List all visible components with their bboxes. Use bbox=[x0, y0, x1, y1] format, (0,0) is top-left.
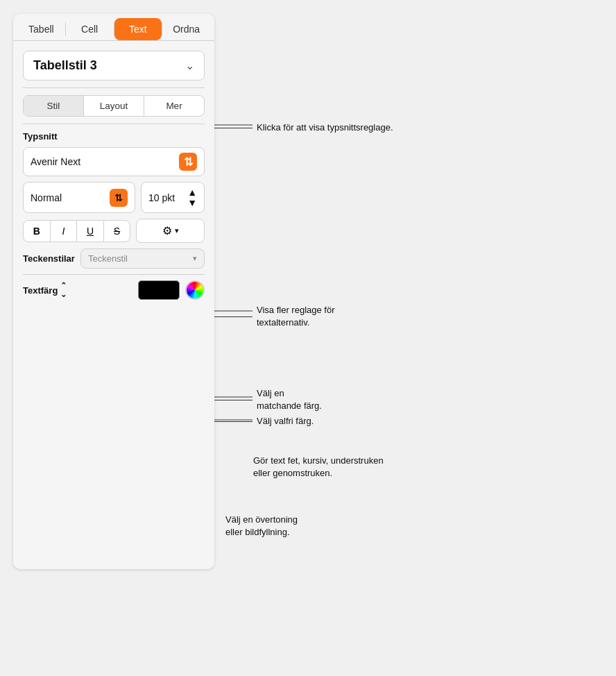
main-container: Tabell Cell Text Ordna Tabellstil 3 ⌄ St… bbox=[13, 14, 603, 569]
ann-text-fill: Välj en övertoning eller bildfyllning. bbox=[221, 514, 298, 539]
ann-text-gear: Visa fler reglage för textalternativ. bbox=[253, 304, 335, 329]
style-stepper-icon: ⇅ bbox=[114, 192, 123, 203]
bold-button[interactable]: B bbox=[24, 221, 51, 242]
strikethrough-button[interactable]: S bbox=[104, 221, 130, 242]
tab-tabell[interactable]: Tabell bbox=[17, 18, 65, 40]
table-style-label: Tabellstil 3 bbox=[33, 58, 97, 73]
sub-tab-stil[interactable]: Stil bbox=[24, 96, 84, 116]
char-style-chevron-icon: ▾ bbox=[193, 254, 197, 263]
ann-line-valfri bbox=[214, 421, 253, 422]
sub-tab-mer[interactable]: Mer bbox=[144, 96, 204, 116]
format-buttons-row: B I U S ⚙ ▾ bbox=[23, 219, 205, 243]
tab-text[interactable]: Text bbox=[114, 18, 162, 40]
char-style-placeholder: Teckenstil bbox=[88, 253, 128, 264]
ann-line-matching bbox=[214, 400, 253, 400]
char-style-row: Teckenstilar Teckenstil ▾ bbox=[23, 248, 205, 269]
char-style-label: Teckenstilar bbox=[23, 253, 75, 264]
ann-line-1 bbox=[214, 128, 253, 128]
font-style-selector[interactable]: Normal ⇅ bbox=[23, 182, 135, 213]
size-down-icon: ▼ bbox=[187, 198, 197, 208]
font-size-value: 10 pkt bbox=[148, 192, 175, 203]
textcolor-stepper-icon[interactable]: ⌃⌄ bbox=[60, 281, 67, 299]
divider-2 bbox=[23, 124, 205, 124]
textcolor-label: Textfärg ⌃⌄ bbox=[23, 281, 67, 299]
sub-tab-layout[interactable]: Layout bbox=[84, 96, 144, 116]
italic-button[interactable]: I bbox=[51, 221, 78, 242]
annotation-valfri: Välj valfri färg. bbox=[214, 415, 314, 428]
style-stepper[interactable]: ⇅ bbox=[110, 189, 128, 207]
ann-line-gear bbox=[214, 316, 253, 317]
font-style-value: Normal bbox=[31, 192, 62, 203]
table-style-selector[interactable]: Tabellstil 3 ⌄ bbox=[23, 51, 205, 81]
divider-3 bbox=[23, 274, 205, 275]
gear-options-button[interactable]: ⚙ ▾ bbox=[136, 219, 205, 243]
ann-text-matching: Välj en matchande färg. bbox=[253, 387, 322, 412]
style-size-row: Normal ⇅ 10 pkt ▲ ▼ bbox=[23, 182, 205, 213]
chevron-down-icon: ⌄ bbox=[185, 59, 194, 72]
color-swatch[interactable] bbox=[138, 280, 180, 300]
ann-text-subtabs: Klicka för att visa typsnittsreglage. bbox=[253, 121, 393, 134]
gear-chevron-icon: ▾ bbox=[175, 226, 179, 235]
font-section-label: Typsnitt bbox=[23, 131, 205, 142]
annotation-subtabs: Klicka för att visa typsnittsreglage. bbox=[214, 121, 393, 134]
underline-button[interactable]: U bbox=[77, 221, 104, 242]
size-stepper[interactable]: ▲ ▼ bbox=[187, 187, 197, 208]
tab-bar: Tabell Cell Text Ordna bbox=[13, 14, 214, 41]
annotation-format: Gör text fet, kursiv, understruken eller… bbox=[249, 455, 384, 480]
annotation-gear: Visa fler reglage för textalternativ. bbox=[214, 304, 335, 329]
stepper-icon: ⇅ bbox=[184, 155, 193, 169]
text-format-group: B I U S bbox=[23, 220, 130, 242]
ann-text-valfri: Välj valfri färg. bbox=[253, 415, 314, 428]
color-wheel[interactable] bbox=[185, 280, 205, 300]
annotation-matching-color: Välj en matchande färg. bbox=[214, 387, 322, 412]
divider-1 bbox=[23, 87, 205, 88]
format-panel: Tabell Cell Text Ordna Tabellstil 3 ⌄ St… bbox=[13, 14, 214, 569]
callout-lines-svg bbox=[214, 14, 603, 569]
ann-text-format: Gör text fet, kursiv, understruken eller… bbox=[249, 455, 384, 480]
tab-cell[interactable]: Cell bbox=[66, 18, 114, 40]
tab-ordna[interactable]: Ordna bbox=[162, 18, 210, 40]
font-name-row: Avenir Next ⇅ bbox=[23, 147, 205, 176]
font-stepper[interactable]: ⇅ bbox=[179, 153, 197, 171]
gear-icon: ⚙ bbox=[162, 224, 172, 237]
font-name-label: Avenir Next bbox=[31, 156, 179, 167]
font-size-selector[interactable]: 10 pkt ▲ ▼ bbox=[141, 182, 205, 213]
annotation-fill: Välj en övertoning eller bildfyllning. bbox=[221, 514, 298, 539]
sub-tab-bar: Stil Layout Mer bbox=[23, 95, 205, 117]
size-up-icon: ▲ bbox=[187, 187, 197, 197]
char-style-selector[interactable]: Teckenstil ▾ bbox=[80, 248, 205, 269]
annotations-layer: Klicka för att visa typsnittsreglage. Vi… bbox=[214, 14, 603, 569]
textcolor-row: Textfärg ⌃⌄ bbox=[23, 280, 205, 300]
